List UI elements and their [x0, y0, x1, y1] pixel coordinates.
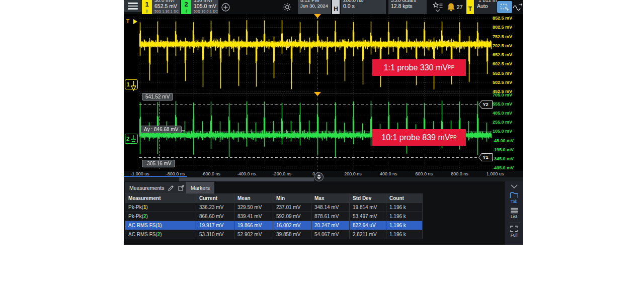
- channel-2-ground-marker[interactable]: 2: [125, 134, 138, 144]
- arrow-down-icon: [131, 81, 136, 92]
- time-label: -600.0 ns: [201, 171, 220, 176]
- measurement-value: 2.8211 mV: [350, 230, 386, 239]
- channel-1-ground-marker[interactable]: 1: [125, 79, 138, 89]
- tab-markers[interactable]: Markers: [186, 182, 214, 193]
- waveform-mode-button[interactable]: [512, 2, 523, 12]
- measurement-name: AC RMS FS(1): [125, 221, 196, 230]
- measurement-value: 866.60 mV: [196, 212, 234, 221]
- fullscreen-icon: [510, 226, 518, 232]
- trigger-arrow-icon: [133, 19, 137, 24]
- measurement-name: Pk-Pk(2): [125, 212, 196, 221]
- add-channel-button[interactable]: [220, 2, 230, 12]
- channel-1-info[interactable]: 50.0 mV/ 652.5 mV 50Ω 1.30:1 DC: [152, 0, 180, 14]
- annotation-ch1-probe[interactable]: 1:1 probe 330 mVPP: [372, 59, 466, 76]
- measurement-value: 878.61 mV: [311, 212, 350, 221]
- voltage-label: -195.0 mV: [493, 147, 514, 152]
- channel-1-coupling: 50Ω 1.30:1 DC: [154, 9, 178, 14]
- view-full-button[interactable]: Full: [510, 226, 518, 238]
- measurement-value: 52.902 mV: [234, 230, 273, 239]
- time-label: 600.0 ns: [416, 171, 433, 176]
- channel-2-warning-icon: !: [186, 9, 187, 14]
- measurement-row[interactable]: AC RMS FS(2)53.310 mV52.902 mV39.858 mV5…: [125, 230, 423, 239]
- voltage-label: 802.5 mV: [493, 25, 512, 30]
- horizontal-button[interactable]: H: [332, 0, 340, 14]
- measurement-value: 20.247 mV: [311, 221, 350, 230]
- acquisition-info[interactable]: 3.20 GSa/s 12.8 kpts: [388, 0, 427, 14]
- horizontal-position-knob[interactable]: [314, 172, 324, 181]
- sine-arrow-icon: [513, 3, 523, 11]
- column-header[interactable]: Measurement: [125, 194, 196, 203]
- time-axis: -1.000 us-800.0 ns-600.0 ns-400.0 ns-200…: [124, 171, 523, 181]
- view-list-button[interactable]: List: [510, 208, 518, 219]
- edit-pencil-icon[interactable]: [168, 185, 174, 191]
- collapse-chevron-icon[interactable]: [511, 184, 518, 188]
- menu-button[interactable]: [124, 0, 142, 12]
- measurement-value: 237.01 mV: [273, 203, 311, 212]
- column-header[interactable]: Current: [196, 194, 234, 203]
- trigger-button[interactable]: T: [466, 0, 474, 14]
- measurement-row[interactable]: Pk-Pk(2)866.60 mV839.41 mV592.09 mV878.6…: [125, 212, 423, 221]
- horizontal-info[interactable]: 200.0 ns/ 0.0 s: [341, 0, 386, 14]
- trigger-info[interactable]: 1 812 mV Auto: [474, 0, 497, 14]
- view-tab-button[interactable]: Tab: [510, 192, 519, 204]
- external-link-icon[interactable]: [178, 185, 184, 191]
- measurement-value: 19.917 mV: [196, 221, 234, 230]
- zoom-select-button[interactable]: [497, 1, 512, 13]
- measurement-value: 54.067 mV: [311, 230, 350, 239]
- clock-panel[interactable]: 8:12 PM Jun 30, 2024: [298, 0, 331, 14]
- star-list-icon: [433, 2, 443, 9]
- channel-2-info[interactable]: 150 mV/ 105.0 mV 50Ω 10.0:1 DC: [191, 0, 218, 14]
- channel-1-offset: 652.5 mV: [154, 3, 178, 9]
- memory-depth: 12.8 kpts: [391, 3, 424, 9]
- time-label: 400.0 ns: [380, 171, 397, 176]
- channel-1-badge[interactable]: 1 !: [142, 0, 152, 14]
- voltage-label: 702.5 mV: [493, 43, 512, 48]
- measurement-value: 839.41 mV: [234, 212, 273, 221]
- tab-measurements[interactable]: Measurements: [125, 182, 189, 193]
- channel-2-offset: 105.0 mV: [194, 3, 216, 9]
- trigger-mode: Auto: [477, 3, 494, 9]
- measurement-value: 16.002 mV: [273, 221, 311, 230]
- measurements-table: MeasurementCurrentMeanMinMaxStd DevCount…: [125, 193, 423, 239]
- measurement-value: 1.196 k: [386, 212, 423, 221]
- column-header[interactable]: Mean: [234, 194, 273, 203]
- channel-1-number: 1: [145, 1, 148, 9]
- measurement-value: 1.196 k: [386, 221, 423, 230]
- column-header[interactable]: Max: [311, 194, 350, 203]
- trigger-level-indicator[interactable]: T: [126, 19, 129, 24]
- voltage-label: 752.5 mV: [493, 34, 512, 39]
- voltage-label: 405.0 mV: [493, 111, 512, 116]
- voltage-label: -495.0 mV: [493, 165, 514, 170]
- list-view-icon: [510, 208, 518, 214]
- results-menu-button[interactable]: [431, 1, 444, 14]
- selection-rectangle-icon: [500, 4, 509, 11]
- sun-icon: [283, 3, 292, 12]
- oscilloscope-app: 1 ! 50.0 mV/ 652.5 mV 50Ω 1.30:1 DC 2 ! …: [124, 0, 523, 245]
- time-label: -200.0 ns: [273, 171, 292, 176]
- column-header[interactable]: Min: [273, 194, 311, 203]
- cursor-delta-y-readout[interactable]: Δy : 846.68 mV: [140, 126, 182, 133]
- measurement-row[interactable]: AC RMS FS(1)19.917 mV19.866 mV16.002 mV2…: [125, 221, 423, 230]
- horizontal-scroll-handle[interactable]: [179, 177, 314, 181]
- measurement-row[interactable]: Pk-Pk(1)336.23 mV329.50 mV237.01 mV348.1…: [125, 203, 423, 212]
- cursor-y1-readout[interactable]: -305.16 mV: [142, 160, 175, 167]
- column-header[interactable]: Count: [386, 194, 423, 203]
- annotation-ch2-probe[interactable]: 10:1 probe 839 mVPP: [372, 129, 466, 146]
- waveform-canvas[interactable]: [139, 14, 492, 171]
- channel-2-badge[interactable]: 2 !: [181, 0, 191, 14]
- horizontal-position: 0.0 s: [343, 3, 383, 9]
- measurement-value: 348.14 mV: [311, 203, 350, 212]
- voltage-label: 502.5 mV: [493, 80, 512, 85]
- cursor-y2-readout[interactable]: 541.52 mV: [142, 93, 173, 101]
- column-header[interactable]: Std Dev: [350, 194, 386, 203]
- brightness-button[interactable]: [282, 2, 293, 12]
- notifications-button[interactable]: 27: [444, 2, 465, 13]
- time-label: 200.0 ns: [344, 171, 362, 176]
- measurement-value: 39.858 mV: [273, 230, 311, 239]
- voltage-label: -345.0 mV: [493, 156, 514, 161]
- tab-view-icon: [510, 192, 519, 198]
- measurement-value: 336.23 mV: [196, 203, 234, 212]
- channel-2-coupling: 50Ω 10.0:1 DC: [194, 9, 216, 14]
- voltage-label: 705.0 mV: [493, 92, 512, 97]
- voltage-label: 555.0 mV: [493, 102, 512, 107]
